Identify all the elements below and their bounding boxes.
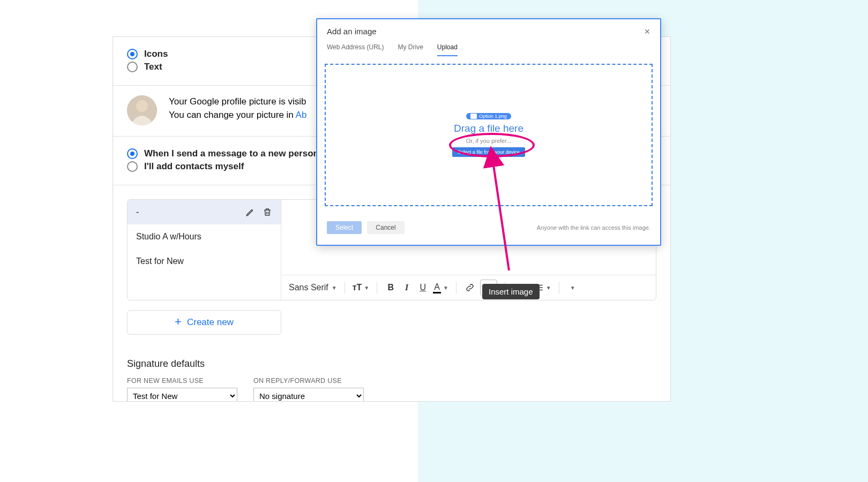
signature-item-active[interactable]: - <box>128 200 281 224</box>
radio-icon <box>127 161 138 172</box>
signature-name: - <box>136 207 139 217</box>
signature-defaults: Signature defaults FOR NEW EMAILS USE Te… <box>127 358 656 402</box>
trash-icon[interactable] <box>263 207 272 217</box>
insert-image-tooltip: Insert image <box>482 284 540 299</box>
signature-item[interactable]: Studio A w/Hours <box>128 224 281 249</box>
signature-list: - Studio A w/Hours Test for New <box>128 200 281 300</box>
underline-button[interactable]: U <box>417 280 429 295</box>
profile-text-2a: You can change your picture in <box>169 110 296 120</box>
new-email-signature-select[interactable]: Test for New <box>127 388 237 402</box>
reply-signature-select[interactable]: No signature <box>253 388 364 402</box>
profile-text-1: Your Google profile picture is visib <box>169 95 306 109</box>
font-size-dropdown[interactable]: тT▼ <box>353 280 370 295</box>
annotation-arrow <box>466 150 520 273</box>
access-note: Anyone with the link can access this ima… <box>537 224 650 231</box>
radio-icon <box>127 148 138 159</box>
reply-label: ON REPLY/FORWARD USE <box>253 377 364 385</box>
pencil-icon[interactable] <box>245 207 255 217</box>
or-text: Or, if you prefer... <box>466 138 511 144</box>
drag-file-text: Drag a file here <box>454 123 523 134</box>
bold-button[interactable]: B <box>385 280 396 295</box>
font-family-dropdown[interactable]: Sans Serif▼ <box>289 280 337 295</box>
label: I'll add contacts myself <box>144 161 244 172</box>
text-color-dropdown[interactable]: A▼ <box>433 280 448 295</box>
signature-item[interactable]: Test for New <box>128 249 281 274</box>
modal-title: Add an image <box>327 27 377 36</box>
tab-my-drive[interactable]: My Drive <box>398 41 423 56</box>
svg-line-13 <box>492 154 509 270</box>
format-toolbar: Sans Serif▼ тT▼ B I U A▼ <box>281 275 656 300</box>
signature-defaults-heading: Signature defaults <box>127 358 656 370</box>
label: When I send a message to a new person <box>144 148 319 159</box>
italic-button[interactable]: I <box>401 280 413 295</box>
about-me-link[interactable]: Ab <box>296 110 307 120</box>
link-button[interactable] <box>464 280 476 295</box>
new-email-label: FOR NEW EMAILS USE <box>127 377 237 385</box>
avatar[interactable] <box>127 95 157 125</box>
close-icon[interactable]: ✕ <box>644 27 650 36</box>
tab-upload[interactable]: Upload <box>437 41 458 56</box>
image-file-icon <box>470 114 477 119</box>
create-new-signature-button[interactable]: + Create new <box>127 310 281 335</box>
label: Icons <box>144 49 168 59</box>
svg-point-1 <box>136 100 148 112</box>
label: Text <box>144 62 162 72</box>
more-formatting-dropdown[interactable]: ▼ <box>567 280 579 295</box>
radio-icon <box>127 62 138 72</box>
cancel-button[interactable]: Cancel <box>367 221 404 234</box>
file-chip: Option 1.png <box>466 113 511 119</box>
select-button[interactable]: Select <box>327 221 362 234</box>
tab-web-address[interactable]: Web Address (URL) <box>327 41 384 56</box>
plus-icon: + <box>175 315 182 329</box>
radio-icon <box>127 49 138 59</box>
